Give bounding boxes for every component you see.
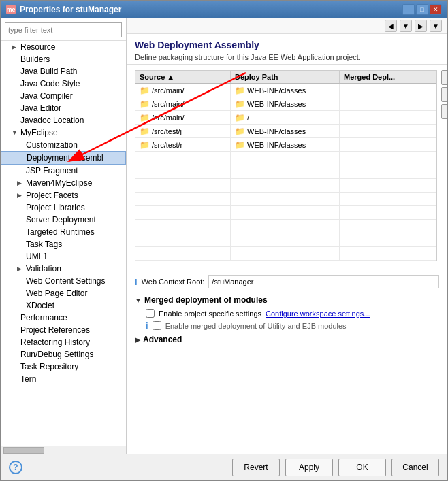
maximize-button[interactable]: □ (416, 4, 428, 15)
table-row[interactable]: 📁 /src/main/ 📁 WEB-INF/classes (135, 84, 436, 97)
tree-item-label: XDoclet (26, 301, 54, 310)
filter-input[interactable] (5, 22, 122, 37)
table-row-empty (135, 193, 436, 206)
td-merged (340, 97, 428, 110)
deploy-path-text: WEB-INF/classes (247, 141, 306, 149)
tree-item-label: Tern (20, 374, 36, 384)
tree-item-label: MyEclipse (20, 128, 58, 137)
enable-project-specific-checkbox[interactable] (146, 309, 155, 318)
minimize-button[interactable]: ─ (402, 4, 415, 15)
cancel-button[interactable]: Cancel (391, 459, 439, 476)
folder-icon: 📁 (140, 86, 150, 95)
advanced-row[interactable]: ▶ Advanced (135, 332, 439, 347)
scrollbar-thumb[interactable] (3, 447, 44, 454)
table-wrapper: Source ▲ Deploy Path Merged Depl... 📁 /s… (135, 70, 437, 267)
dropdown-button[interactable]: ▼ (400, 20, 412, 32)
table-row-empty (135, 179, 436, 193)
tree-item-java-compiler[interactable]: Java Compiler (1, 90, 126, 102)
tree-item-resource[interactable]: ▶Resource (1, 41, 126, 53)
td-extra (428, 125, 436, 137)
deploy-path-text: WEB-INF/classes (247, 86, 306, 95)
tree-item-label: Web Content Settings (26, 276, 106, 286)
configure-workspace-link[interactable]: Configure workspace settings... (266, 310, 370, 318)
enable-project-specific-row: Enable project specific settings Configu… (135, 308, 439, 319)
tree-item-jsp-fragment[interactable]: JSP Fragment (1, 165, 126, 177)
table-row[interactable]: 📁 /src/main/ 📁 WEB-INF/classes (135, 97, 436, 111)
tree-item-server-deployment[interactable]: Server Deployment (1, 214, 126, 226)
tree-item-project-libraries[interactable]: Project Libraries (1, 201, 126, 214)
tree-item-web-page-editor[interactable]: Web Page Editor (1, 287, 126, 299)
forward-button[interactable]: ▶ (415, 20, 427, 32)
nav-toolbar: ◀ ▼ ▶ ▼ (127, 18, 447, 34)
tree-item-label: Javadoc Location (20, 116, 84, 125)
tree-item-label: Refactoring History (20, 337, 90, 347)
tree-item-java-code-style[interactable]: Java Code Style (1, 78, 126, 90)
tree-item-performance[interactable]: Performance (1, 312, 126, 324)
edit-button[interactable]: Edit... (441, 87, 447, 102)
tree-item-label: Targeted Runtimes (26, 227, 95, 237)
ok-button[interactable]: OK (338, 459, 386, 476)
folder-icon: 📁 (140, 140, 150, 150)
source-text: /src/test/r (152, 141, 182, 149)
tree-item-xdoclet[interactable]: XDoclet (1, 299, 126, 312)
tree-item-task-repository[interactable]: Task Repository (1, 361, 126, 373)
filter-box (1, 18, 126, 41)
apply-button[interactable]: Apply (285, 459, 333, 476)
tree-item-targeted-runtimes[interactable]: Targeted Runtimes (1, 226, 126, 238)
title-controls: ─ □ ✕ (402, 4, 442, 15)
tree-item-label: Task Repository (20, 362, 78, 371)
col-merged: Merged Depl... (340, 71, 428, 83)
add-button[interactable]: Add... (441, 70, 447, 85)
section-description: Define packaging structure for this Java… (135, 53, 439, 61)
tree-item-project-facets[interactable]: ▶Project Facets (1, 189, 126, 201)
table-row-empty (135, 206, 436, 220)
help-button[interactable]: ? (9, 461, 22, 474)
close-button[interactable]: ✕ (430, 4, 442, 15)
deployment-table: Source ▲ Deploy Path Merged Depl... 📁 /s… (135, 70, 437, 261)
tree-item-customization[interactable]: Customization (1, 139, 126, 151)
tree-item-java-build-path[interactable]: Java Build Path (1, 65, 126, 78)
source-text: /src/main/ (152, 100, 185, 108)
main-content: Source ▲ Deploy Path Merged Depl... 📁 /s… (127, 65, 447, 454)
folder-icon2: 📁 (235, 113, 245, 122)
tree-item-refactoring-history[interactable]: Refactoring History (1, 336, 126, 348)
tree-item-uml1[interactable]: UML1 (1, 250, 126, 263)
revert-button[interactable]: Revert (232, 459, 280, 476)
horizontal-scrollbar[interactable] (1, 446, 126, 454)
table-with-actions: Source ▲ Deploy Path Merged Depl... 📁 /s… (135, 70, 439, 267)
web-context-root-label: Web Context Root: (142, 278, 205, 286)
tree-item-maven4myeclipse[interactable]: ▶Maven4MyEclipse (1, 177, 126, 189)
table-row-empty (135, 247, 436, 261)
td-deploy-path: 📁 WEB-INF/classes (231, 84, 340, 97)
td-deploy-path: 📁 / (231, 111, 340, 124)
tree-item-label: Run/Debug Settings (20, 350, 93, 359)
tree-item-web-content-settings[interactable]: Web Content Settings (1, 275, 126, 287)
tree-item-label: Java Editor (20, 103, 61, 113)
tree-item-task-tags[interactable]: Task Tags (1, 238, 126, 250)
enable-merged-checkbox[interactable] (153, 321, 161, 330)
tree-item-javadoc-location[interactable]: Javadoc Location (1, 114, 126, 127)
expand-icon: ▶ (17, 192, 24, 199)
tree-item-java-editor[interactable]: Java Editor (1, 102, 126, 114)
tree-item-label: Server Deployment (26, 215, 96, 225)
tree-item-deployment-assembly[interactable]: Deployment Assembl (1, 151, 126, 165)
td-deploy-path: 📁 WEB-INF/classes (231, 97, 340, 110)
tree-item-run-debug-settings[interactable]: Run/Debug Settings (1, 348, 126, 361)
tree-item-label: Resource (20, 42, 55, 52)
table-row[interactable]: 📁 /src/test/r 📁 WEB-INF/classes (135, 138, 436, 152)
back-button[interactable]: ◀ (385, 20, 397, 32)
tree-item-label: Web Page Editor (26, 288, 88, 298)
properties-window: me Properties for stuManager ─ □ ✕ ▶Reso… (0, 0, 448, 481)
tree-item-validation[interactable]: ▶Validation (1, 263, 126, 275)
table-row[interactable]: 📁 /src/main/ 📁 / (135, 111, 436, 125)
merged-deployment-header[interactable]: ▼ Merged deployment of modules (135, 291, 439, 308)
table-row[interactable]: 📁 /src/test/j 📁 WEB-INF/classes (135, 125, 436, 138)
remove-button[interactable]: Remove (441, 104, 447, 119)
web-context-root-input[interactable] (208, 275, 439, 288)
tree-item-builders[interactable]: Builders (1, 53, 126, 65)
advanced-expand-icon: ▶ (135, 336, 140, 344)
tree-item-project-references[interactable]: Project References (1, 324, 126, 336)
tree-item-myeclipse[interactable]: ▼MyEclipse (1, 127, 126, 139)
dropdown2-button[interactable]: ▼ (430, 20, 442, 32)
tree-item-tern[interactable]: Tern (1, 373, 126, 385)
